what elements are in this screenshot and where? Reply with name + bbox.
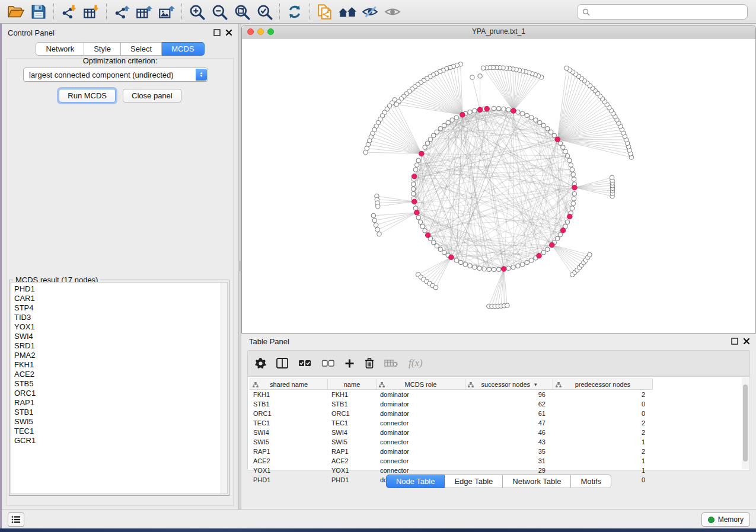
columns-icon[interactable] xyxy=(276,358,288,368)
search-field[interactable] xyxy=(577,4,748,20)
hide-selected-button[interactable] xyxy=(359,2,381,22)
save-button[interactable] xyxy=(27,2,50,22)
table-scrollbar-thumb[interactable] xyxy=(743,384,748,462)
result-list-scrollbar[interactable] xyxy=(221,283,227,493)
result-node-item[interactable]: YOX1 xyxy=(11,322,227,332)
import-network-button[interactable] xyxy=(58,2,80,22)
cell-mcds_role: dominator xyxy=(377,447,465,456)
network-window-title: YPA_prune.txt_1 xyxy=(242,27,755,36)
network-window-titlebar[interactable]: YPA_prune.txt_1 xyxy=(242,25,755,39)
column-header-successor-nodes[interactable]: successor nodes▾ xyxy=(465,379,553,390)
table-row[interactable]: SWI4SWI4dominator462 xyxy=(250,428,741,437)
table-panel: Table Panel f(x) shared namenameMCDS rol… xyxy=(241,334,756,509)
cell-mcds_role: dominator xyxy=(377,409,465,418)
close-panel-button[interactable]: Close panel xyxy=(123,89,181,102)
float-panel-icon[interactable] xyxy=(213,29,221,36)
result-node-item[interactable]: ORC1 xyxy=(11,389,227,398)
main-toolbar xyxy=(0,0,756,24)
add-column-icon[interactable] xyxy=(344,358,355,368)
column-header-predecessor-nodes[interactable]: predecessor nodes xyxy=(553,379,653,390)
zoom-selected-button[interactable] xyxy=(253,2,276,22)
first-neighbors-button[interactable] xyxy=(336,2,359,22)
cell-shared_name: SWI4 xyxy=(250,428,328,437)
cell-predecessor_nodes: 1 xyxy=(553,456,653,466)
result-node-item[interactable]: SRD1 xyxy=(11,341,227,351)
result-node-item[interactable]: SWI4 xyxy=(11,332,227,341)
zoom-fit-button[interactable] xyxy=(231,2,253,22)
tab-select[interactable]: Select xyxy=(121,42,162,56)
table-row[interactable]: SWI5SWI5connector431 xyxy=(250,437,741,447)
deselect-all-icon[interactable] xyxy=(321,359,334,367)
gear-icon[interactable] xyxy=(255,358,266,369)
result-node-item[interactable]: FKH1 xyxy=(11,360,227,370)
result-node-item[interactable]: PHD1 xyxy=(11,284,227,294)
float-table-panel-icon[interactable] xyxy=(731,338,738,345)
network-graph[interactable] xyxy=(242,39,755,333)
cell-predecessor_nodes: 0 xyxy=(553,409,653,418)
tab-style[interactable]: Style xyxy=(84,42,121,56)
desktop-bottom xyxy=(0,528,756,532)
duplicate-network-button[interactable] xyxy=(314,2,336,22)
export-network-button[interactable] xyxy=(110,2,133,22)
column-header-name[interactable]: name xyxy=(328,379,377,390)
cell-predecessor_nodes: 0 xyxy=(553,399,653,409)
table-row[interactable]: TEC1TEC1connector472 xyxy=(250,418,741,428)
close-panel-icon[interactable] xyxy=(225,29,232,36)
result-node-item[interactable]: STB1 xyxy=(11,408,227,417)
result-node-item[interactable]: GCR1 xyxy=(11,436,227,446)
tab-network-table[interactable]: Network Table xyxy=(503,475,571,488)
table-row[interactable]: FKH1FKH1dominator962 xyxy=(250,390,741,399)
refresh-button[interactable] xyxy=(283,2,306,22)
cell-name: TEC1 xyxy=(328,418,377,428)
table-scrollbar[interactable] xyxy=(742,377,749,469)
cytoscape-app: Control Panel NetworkStyleSelectMCDS Opt… xyxy=(0,0,756,532)
cell-mcds_role: connector xyxy=(377,456,465,466)
table-row[interactable]: ORC1ORC1dominator610 xyxy=(250,409,741,418)
open-folder-button[interactable] xyxy=(5,2,27,22)
tab-motifs[interactable]: Motifs xyxy=(571,475,611,488)
export-image-button[interactable] xyxy=(155,2,178,22)
cell-successor_nodes: 62 xyxy=(465,399,553,409)
optimization-criterion-label: Optimization criterion: xyxy=(2,56,238,65)
cell-predecessor_nodes: 2 xyxy=(553,428,653,437)
result-node-item[interactable]: PMA2 xyxy=(11,351,227,360)
column-header-MCDS-role[interactable]: MCDS role xyxy=(377,379,465,390)
result-node-item[interactable]: STP4 xyxy=(11,303,227,313)
close-table-panel-icon[interactable] xyxy=(743,338,750,345)
result-node-item[interactable]: TID3 xyxy=(11,313,227,322)
list-icon xyxy=(11,515,21,524)
result-node-item[interactable]: TEC1 xyxy=(11,427,227,436)
tab-edge-table[interactable]: Edge Table xyxy=(445,475,503,488)
search-input[interactable] xyxy=(594,8,742,17)
tab-node-table[interactable]: Node Table xyxy=(386,475,445,488)
network-canvas[interactable] xyxy=(242,39,755,333)
delete-column-icon[interactable] xyxy=(365,358,374,368)
result-node-item[interactable]: ACE2 xyxy=(11,370,227,379)
criterion-dropdown[interactable]: largest connected component (undirected)… xyxy=(23,68,208,82)
table-row[interactable]: RAP1RAP1dominator352 xyxy=(250,447,741,456)
result-node-item[interactable]: STB5 xyxy=(11,379,227,389)
table-row[interactable]: STB1STB1dominator620 xyxy=(250,399,741,409)
result-node-item[interactable]: RAP1 xyxy=(11,398,227,408)
cell-successor_nodes: 46 xyxy=(465,428,553,437)
select-all-icon[interactable] xyxy=(298,359,311,367)
task-history-button[interactable] xyxy=(8,512,24,527)
export-table-button[interactable] xyxy=(133,2,155,22)
table-row[interactable]: YOX1YOX1connector291 xyxy=(250,466,741,475)
memory-button[interactable]: Memory xyxy=(701,512,750,527)
result-node-item[interactable]: SWI5 xyxy=(11,417,227,427)
zoom-out-button[interactable] xyxy=(208,2,231,22)
mcds-result-list[interactable]: PHD1CAR1STP4TID3YOX1SWI4SRD1PMA2FKH1ACE2… xyxy=(11,282,228,494)
tab-network[interactable]: Network xyxy=(36,42,84,56)
show-all-button[interactable] xyxy=(381,2,404,22)
column-header-shared-name[interactable]: shared name xyxy=(250,379,328,390)
run-mcds-button[interactable]: Run MCDS xyxy=(59,89,116,102)
import-table-button[interactable] xyxy=(80,2,103,22)
cell-name: ACE2 xyxy=(328,456,377,466)
cell-shared_name: STB1 xyxy=(250,399,328,409)
table-row[interactable]: ACE2ACE2connector311 xyxy=(250,456,741,466)
control-panel-title: Control Panel xyxy=(8,28,55,37)
result-node-item[interactable]: CAR1 xyxy=(11,294,227,303)
zoom-in-button[interactable] xyxy=(186,2,208,22)
tab-mcds[interactable]: MCDS xyxy=(162,42,204,56)
